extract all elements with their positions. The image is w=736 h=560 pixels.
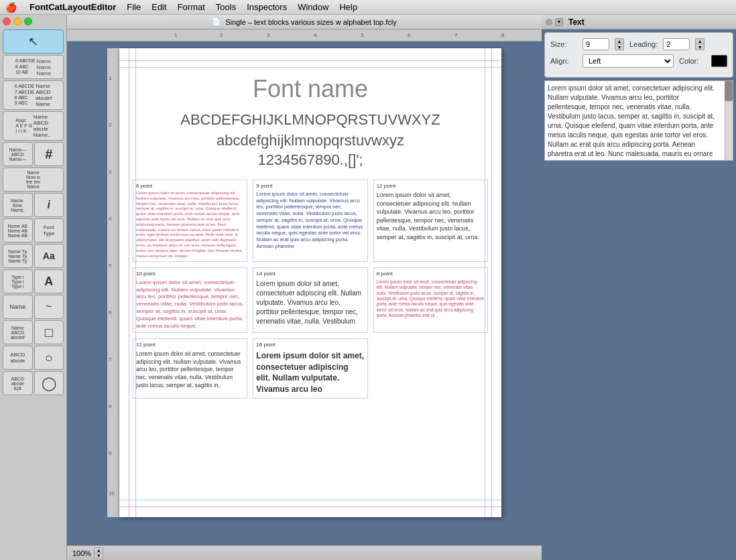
- hash-tool-row: Name— ABCD Name— #: [3, 142, 64, 166]
- name-wavy-row: Name ~: [3, 295, 64, 319]
- nameabcd-rect-row: Name ABCD abcdef □: [3, 320, 64, 344]
- fonttype-tool[interactable]: Font Type: [34, 218, 64, 242]
- zoom-down-button[interactable]: ▼: [94, 553, 103, 559]
- text-block-12pt: 12 point Lorem ipsum dolor sit amet, con…: [373, 180, 488, 263]
- panel-expand-button[interactable]: ▾: [555, 18, 563, 26]
- aa-tool[interactable]: Aa: [34, 244, 64, 268]
- text-block-14pt: 14 point Lorem ipsum dolor sit amet, con…: [253, 267, 367, 333]
- arrow-tool[interactable]: ↖: [3, 29, 64, 54]
- zoom-value: 100%: [72, 549, 91, 557]
- text-tool-2[interactable]: 6 ABCDE7 ABCDE8 ABC9 ABC NameABCDabcdefN…: [3, 80, 64, 110]
- zoom-control: 100% ▲ ▼: [72, 547, 103, 559]
- accented-circle-row: ABCD abcde àçã ◯: [3, 371, 64, 395]
- hash-tool[interactable]: #: [34, 142, 64, 166]
- menu-help[interactable]: Help: [334, 0, 363, 15]
- leading-up-button[interactable]: ▲: [695, 38, 704, 44]
- guide-blue-right: [485, 48, 485, 517]
- menu-file[interactable]: File: [121, 0, 146, 15]
- text-grid: 6 point Lorem ipsum dolor sit amet, cons…: [133, 180, 488, 399]
- canvas-scroll[interactable]: 1 2 3 4 5 6 7 8 9 10: [67, 42, 542, 545]
- guide-pink-top: [119, 60, 501, 61]
- text-content-8pt: Lorem ipsum dolor sit amet, consectetuer…: [377, 279, 485, 319]
- maximize-button[interactable]: [24, 17, 32, 25]
- text-tool-4[interactable]: Name— ABCD Name—: [3, 142, 33, 166]
- text-tool-1[interactable]: 6 ABCDE8 ABC10 AB NameNameName: [3, 55, 64, 79]
- wavy-icon: ~: [46, 301, 52, 313]
- leading-down-button[interactable]: ▼: [695, 44, 704, 50]
- document-page: Font name ABCDEFGHIJKLMNOPQRSTUVWXYZ abc…: [119, 48, 501, 517]
- leading-label: Leading:: [629, 40, 658, 48]
- size-stepper: ▲ ▼: [615, 38, 624, 50]
- menu-tools[interactable]: Tools: [210, 0, 241, 15]
- text-content-6pt: Lorem ipsum dolor sit amet, consectetuer…: [136, 191, 244, 259]
- left-toolbar: ↖ 6 ABCDE8 ABC10 AB NameNameName 6 ABCDE…: [0, 15, 67, 560]
- text-tool-3[interactable]: A|a|cA E F GI I I K NameABCDabcdeName..: [3, 111, 64, 141]
- panel-titlebar: ▾ Text: [542, 15, 736, 29]
- document-icon: 📄: [212, 17, 221, 26]
- alphabet-upper: ABCDEFGHIJKLMNOPQRSTUVWXYZ: [133, 110, 488, 131]
- text-inspector: Size: ▲ ▼ Leading: ▲ ▼ Align: Left Cent: [544, 32, 733, 78]
- document-title: Single – text blocks various sizes w alp…: [225, 18, 397, 26]
- color-swatch[interactable]: [711, 55, 727, 67]
- menu-inspectors[interactable]: Inspectors: [241, 0, 292, 15]
- size-leading-row: Size: ▲ ▼ Leading: ▲ ▼: [550, 38, 727, 50]
- oval-tool[interactable]: ○: [34, 346, 64, 370]
- align-select[interactable]: Left Center Right Justify: [582, 54, 674, 68]
- accented-display: ABCD abcde àçã: [3, 371, 33, 395]
- document-titlebar: 📄 Single – text blocks various sizes w a…: [67, 15, 542, 29]
- guide-blue-bottom: [119, 500, 501, 500]
- bottom-bar: 100% ▲ ▼: [67, 545, 542, 560]
- arrow-icon: ↖: [28, 34, 38, 49]
- guide-blue-left: [135, 48, 136, 517]
- text-block-9pt: 9 point Lorem ipsum dolor sit amet, cons…: [253, 180, 367, 263]
- guide-pink-bottom: [119, 506, 501, 507]
- color-label: Color:: [679, 57, 706, 65]
- a-icon: A: [44, 275, 53, 289]
- rect-icon: □: [45, 325, 53, 340]
- minimize-button[interactable]: [13, 17, 21, 25]
- page-tool[interactable]: Name Now is the tim Name: [3, 167, 64, 192]
- close-button[interactable]: [3, 17, 11, 25]
- text-block-8pt: 8 point Lorem ipsum dolor sit amet, cons…: [373, 267, 488, 333]
- apple-menu[interactable]: 🍎: [5, 2, 16, 13]
- circle-tool[interactable]: ◯: [34, 371, 64, 395]
- info-icon-tool[interactable]: i: [34, 193, 64, 217]
- aa-icon: Aa: [43, 251, 55, 261]
- alphabet-lower: abcdefghijklmnopqrstuvwxyz: [133, 131, 488, 151]
- nameabcd-display: Name ABCD abcdef: [3, 320, 33, 344]
- rect-tool[interactable]: □: [34, 320, 64, 344]
- text-content-9pt: Lorem ipsum dolor sit amet, consectetuer…: [256, 191, 364, 250]
- menu-app-name[interactable]: FontCatLayoutEditor: [24, 0, 121, 15]
- scrollbar[interactable]: [725, 81, 733, 160]
- size-input[interactable]: [582, 38, 609, 50]
- menu-format[interactable]: Format: [172, 0, 210, 15]
- leading-input[interactable]: [663, 38, 690, 50]
- scrollbar-thumb[interactable]: [725, 81, 733, 101]
- size-up-button[interactable]: ▲: [615, 38, 624, 44]
- a-tool[interactable]: A: [34, 269, 64, 293]
- panel-title: Text: [568, 17, 585, 27]
- menu-edit[interactable]: Edit: [146, 0, 172, 15]
- abcd-display: ABCD abcde: [3, 346, 33, 370]
- menu-window[interactable]: Window: [292, 0, 334, 15]
- hash-icon: #: [45, 147, 52, 162]
- info-tool[interactable]: Name. Now. Name.: [3, 193, 33, 217]
- left-ruler: 1 2 3 4 5 6 7 8 9 10: [107, 48, 119, 517]
- wavy-tool[interactable]: ~: [34, 295, 64, 319]
- lorem-text-content: Lorem ipsum dolor sit amet, consectetuer…: [548, 84, 730, 161]
- text-block-11pt: 11 point Lorem ipsum dolor sit amet, con…: [133, 338, 247, 399]
- leading-stepper: ▲ ▼: [695, 38, 704, 50]
- text-content-16pt: Lorem ipsum dolor sit amet, consectetuer…: [256, 350, 364, 395]
- name-tool[interactable]: Name: [3, 295, 33, 319]
- font-name-display: Font name: [133, 75, 488, 103]
- size-down-button[interactable]: ▼: [615, 44, 624, 50]
- text-content-11pt: Lorem ipsum dolor sit amet, consectetuer…: [136, 350, 244, 390]
- zoom-up-button[interactable]: ▲: [94, 547, 103, 553]
- info-icon: i: [48, 199, 50, 211]
- lorem-text-area: Lorem ipsum dolor sit amet, consectetuer…: [544, 80, 733, 161]
- panel-close-button[interactable]: [546, 19, 552, 25]
- text-content-12pt: Lorem ipsum dolor sit amet, consectetuer…: [377, 191, 485, 242]
- abcd-oval-row: ABCD abcde ○: [3, 346, 64, 370]
- circle-icon: ◯: [42, 375, 56, 391]
- align-label: Align:: [550, 57, 577, 65]
